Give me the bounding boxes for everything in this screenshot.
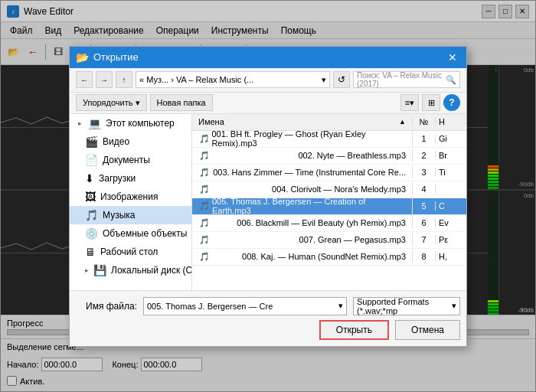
help-button[interactable]: ? bbox=[443, 94, 460, 111]
dialog-bottom: Имя файла: 005. Thomas J. Bergersen — Cr… bbox=[70, 290, 466, 346]
col-header-ext[interactable]: Н bbox=[436, 117, 466, 126]
dialog-overlay: 📂 Открытие ✕ ← → ↑ « Муз... › VA – Relax… bbox=[0, 0, 536, 392]
file-row[interactable]: 🎵 003. Hans Zimmer — Time (Instrumental … bbox=[192, 165, 466, 181]
filename-label: Имя файла: bbox=[76, 301, 137, 312]
forward-button[interactable]: → bbox=[96, 71, 113, 88]
up-button[interactable]: ↑ bbox=[116, 71, 132, 88]
open-button[interactable]: Открыть bbox=[319, 320, 389, 340]
dialog-close-button[interactable]: ✕ bbox=[445, 50, 460, 65]
file-row[interactable]: 🎵 001. BH ft. Progley — Ghost (Ryan Exle… bbox=[192, 131, 466, 148]
path-dropdown[interactable]: « Муз... › VA – Relax Music (... ▾ bbox=[136, 71, 330, 88]
sidebar-item-disk-c[interactable]: ▸ 💾 Локальный диск (C:) bbox=[70, 261, 191, 279]
action-row: Открыть Отмена bbox=[76, 320, 460, 340]
format-dropdown[interactable]: Supported Formats (*.wav;*mp ▾ bbox=[353, 297, 460, 315]
new-folder-button[interactable]: Новая папка bbox=[150, 94, 213, 111]
sidebar-item-downloads[interactable]: ⬇ Загрузки bbox=[70, 169, 191, 188]
file-row-selected[interactable]: 🎵 005. Thomas J. Bergersen — Creation of… bbox=[192, 198, 466, 215]
sidebar-item-3d[interactable]: 💿 Объемные объекты bbox=[70, 224, 191, 243]
file-dialog: 📂 Открытие ✕ ← → ↑ « Муз... › VA – Relax… bbox=[69, 46, 467, 347]
file-icon-5: 🎵 bbox=[198, 200, 211, 212]
sidebar-item-docs[interactable]: 📄 Документы bbox=[70, 151, 191, 169]
file-row[interactable]: 🎵 004. Clorivolt — Nora's Melody.mp3 4 bbox=[192, 181, 466, 198]
filename-input[interactable]: 005. Thomas J. Bergersen — Cre ▾ bbox=[143, 297, 347, 315]
file-list: Имена ▲ № Н 🎵 001. BH ft. Progley — Ghos… bbox=[192, 114, 466, 290]
file-row[interactable]: 🎵 002. Nyte — Breathless.mp3 2 Br bbox=[192, 148, 466, 165]
dialog-nav: ← → ↑ « Муз... › VA – Relax Music (... ▾… bbox=[70, 68, 466, 93]
filename-row: Имя файла: 005. Thomas J. Bergersen — Cr… bbox=[76, 297, 460, 315]
refresh-button[interactable]: ↺ bbox=[333, 71, 350, 88]
dialog-content: ▸ 💻 Этот компьютер 🎬 Видео 📄 Документы ⬇… bbox=[70, 114, 466, 290]
col-header-num[interactable]: № bbox=[413, 117, 436, 126]
file-icon-4: 🎵 bbox=[198, 183, 211, 195]
file-row[interactable]: 🎵 007. Grean — Pegasus.mp3 7 Pε bbox=[192, 232, 466, 249]
col-header-name[interactable]: Имена ▲ bbox=[192, 117, 413, 126]
file-icon-8: 🎵 bbox=[198, 250, 211, 263]
view-icons-button[interactable]: ⊞ bbox=[422, 94, 440, 111]
file-icon-7: 🎵 bbox=[198, 234, 211, 246]
dialog-toolbar: Упорядочить ▾ Новая папка ≡▾ ⊞ ? bbox=[70, 93, 466, 114]
sidebar-item-music[interactable]: 🎵 Музыка bbox=[70, 206, 191, 224]
sidebar-item-video[interactable]: 🎬 Видео bbox=[70, 132, 191, 151]
dialog-title-icon: 📂 bbox=[76, 51, 89, 64]
dialog-title-bar: 📂 Открытие ✕ bbox=[70, 47, 466, 68]
file-tree-sidebar: ▸ 💻 Этот компьютер 🎬 Видео 📄 Документы ⬇… bbox=[70, 114, 192, 290]
sidebar-item-desktop[interactable]: 🖥 Рабочий стол bbox=[70, 243, 191, 261]
sidebar-item-images[interactable]: 🖼 Изображения bbox=[70, 188, 191, 206]
file-icon-3: 🎵 bbox=[198, 166, 211, 178]
back-button[interactable]: ← bbox=[76, 71, 93, 88]
file-list-header: Имена ▲ № Н bbox=[192, 114, 466, 131]
sidebar-item-computer[interactable]: ▸ 💻 Этот компьютер bbox=[70, 114, 191, 132]
search-box[interactable]: Поиск: VA – Relax Music (2017) 🔍 bbox=[353, 71, 460, 88]
file-row[interactable]: 🎵 006. Blackmill — Evil Beauty (yh Remix… bbox=[192, 215, 466, 232]
file-icon-2: 🎵 bbox=[198, 149, 211, 162]
dialog-title-text: Открытие bbox=[93, 51, 445, 63]
cancel-button[interactable]: Отмена bbox=[395, 320, 460, 340]
file-icon-6: 🎵 bbox=[198, 217, 211, 229]
file-row[interactable]: 🎵 008. Kaj. — Human (SoundNet Remix).mp3… bbox=[192, 249, 466, 266]
view-dropdown-button[interactable]: ≡▾ bbox=[400, 94, 419, 111]
organize-button[interactable]: Упорядочить ▾ bbox=[76, 94, 147, 111]
file-icon-1: 🎵 bbox=[198, 132, 210, 145]
